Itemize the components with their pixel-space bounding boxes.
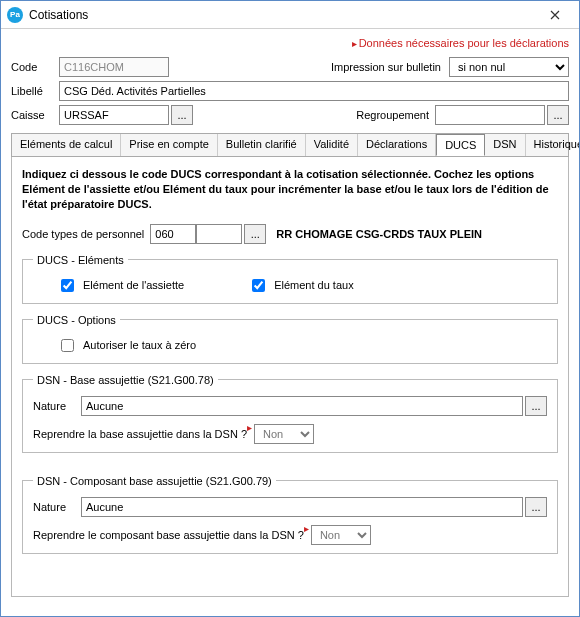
code-types-input[interactable] [150,224,196,244]
window-title: Cotisations [29,8,537,22]
chk-assiette[interactable] [61,279,74,292]
dsn78-nature-browse-button[interactable]: ... [525,396,547,416]
chk-taux-label[interactable]: Elément du taux [248,276,354,295]
dsn78-answer-select[interactable]: Non [254,424,314,444]
dsn79-legend: DSN - Composant base assujettie (S21.G00… [33,475,276,487]
fieldset-dsn-78: DSN - Base assujettie (S21.G00.78) Natur… [22,374,558,453]
required-marker-icon: ▸ [247,422,252,433]
code-types-browse-button[interactable]: ... [244,224,266,244]
tab-dsn[interactable]: DSN [485,134,525,156]
dsn78-question-row: Reprendre la base assujettie dans la DSN… [33,424,547,444]
row-code: Code Impression sur bulletin si non nul [11,57,569,77]
close-button[interactable] [537,3,573,27]
code-types-extra-input[interactable] [196,224,242,244]
dsn79-question-row: Reprendre le composant base assujettie d… [33,525,547,545]
dsn79-nature-input[interactable] [81,497,523,517]
row-libelle: Libellé [11,81,569,101]
fieldset-ducs-options: DUCS - Options Autoriser le taux à zéro [22,314,558,364]
tab-prise-en-compte[interactable]: Prise en compte [121,134,217,156]
dsn79-nature-label: Nature [33,501,81,513]
ducs-options-legend: DUCS - Options [33,314,120,326]
tab-historiques[interactable]: Historiques [526,134,579,156]
chk-assiette-text: Elément de l'assiette [83,279,184,291]
ducs-elements-row: Elément de l'assiette Elément du taux [33,276,547,295]
app-icon: Pa [7,7,23,23]
code-types-description: RR CHOMAGE CSG-CRDS TAUX PLEIN [276,228,482,240]
code-label: Code [11,61,59,73]
chk-taux[interactable] [252,279,265,292]
dsn78-nature-label: Nature [33,400,81,412]
impression-label: Impression sur bulletin [331,61,441,73]
tab-el-ments-de-calcul[interactable]: Eléments de calcul [12,134,121,156]
declarations-link[interactable]: Données nécessaires pour les déclaration… [11,35,569,53]
chk-zero-text: Autoriser le taux à zéro [83,339,196,351]
dsn78-nature-row: Nature ... [33,396,547,416]
dsn78-legend: DSN - Base assujettie (S21.G00.78) [33,374,218,386]
close-icon [550,10,560,20]
tab-validit-[interactable]: Validité [306,134,358,156]
fieldset-ducs-elements: DUCS - Eléments Elément de l'assiette El… [22,254,558,304]
dsn78-nature-input[interactable] [81,396,523,416]
regroupement-browse-button[interactable]: ... [547,105,569,125]
tabs-bar: Eléments de calculPrise en compteBulleti… [11,133,569,157]
tab-d-clarations[interactable]: Déclarations [358,134,436,156]
code-types-label: Code types de personnel [22,228,144,240]
required-marker-icon: ▸ [304,523,309,534]
caisse-label: Caisse [11,109,59,121]
dsn79-nature-row: Nature ... [33,497,547,517]
fieldset-dsn-79: DSN - Composant base assujettie (S21.G00… [22,475,558,554]
chk-taux-text: Elément du taux [274,279,354,291]
chk-zero-label[interactable]: Autoriser le taux à zéro [57,336,196,355]
cotisations-window: Pa Cotisations Données nécessaires pour … [0,0,580,617]
regroupement-label: Regroupement [356,109,429,121]
row-code-types: Code types de personnel ... RR CHOMAGE C… [22,224,558,244]
dsn79-nature-browse-button[interactable]: ... [525,497,547,517]
tab-ducs[interactable]: DUCS [436,134,485,156]
dsn78-question: Reprendre la base assujettie dans la DSN… [33,428,247,440]
chk-zero[interactable] [61,339,74,352]
titlebar: Pa Cotisations [1,1,579,29]
dsn79-question: Reprendre le composant base assujettie d… [33,529,304,541]
caisse-input[interactable] [59,105,169,125]
caisse-browse-button[interactable]: ... [171,105,193,125]
ducs-options-row: Autoriser le taux à zéro [33,336,547,355]
dsn79-answer-select[interactable]: Non [311,525,371,545]
libelle-label: Libellé [11,85,59,97]
content-area: Données nécessaires pour les déclaration… [1,29,579,616]
row-caisse: Caisse ... Regroupement ... [11,105,569,125]
impression-select[interactable]: si non nul [449,57,569,77]
regroupement-input[interactable] [435,105,545,125]
tab-panel-ducs: Indiquez ci dessous le code DUCS corresp… [11,157,569,597]
ducs-elements-legend: DUCS - Eléments [33,254,128,266]
libelle-input[interactable] [59,81,569,101]
ducs-instruction: Indiquez ci dessous le code DUCS corresp… [22,167,558,212]
tab-bulletin-clarifi-[interactable]: Bulletin clarifié [218,134,306,156]
chk-assiette-label[interactable]: Elément de l'assiette [57,276,184,295]
code-input[interactable] [59,57,169,77]
